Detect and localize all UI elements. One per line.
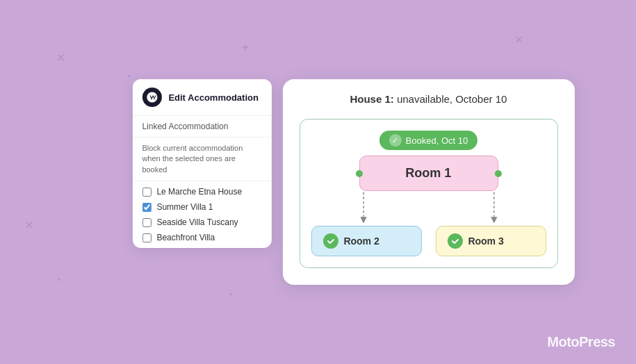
checkbox-item-2[interactable]: Seaside Villa Tuscany [142,217,261,227]
deco-symbol-5: × [515,33,523,47]
wordpress-icon [145,91,158,104]
checkbox-label-2: Seaside Villa Tuscany [156,217,238,227]
checkbox-2[interactable] [142,218,151,227]
checkbox-label-1: Summer Villa 1 [156,202,213,212]
main-card: Edit Accommodation Linked Accommodation … [132,79,574,285]
deco-symbol-8: ● [57,276,60,283]
room3-label: Room 3 [468,235,503,247]
svg-marker-2 [360,217,366,223]
room2-box: Room 2 [311,226,421,256]
deco-symbol-2: ● [127,73,131,79]
room2-label: Room 2 [343,235,379,247]
booked-badge-label: Booked, Oct 10 [406,135,468,146]
room1-box: Room 1 [359,156,498,191]
diagram-area: ✓ Booked, Oct 10 Room 1 [299,119,557,268]
linked-accommodation-label: Linked Accommodation [132,116,271,138]
room2-check-icon [323,233,338,249]
checkbox-0[interactable] [142,188,151,197]
connector-svg [311,191,546,226]
wp-logo [142,88,161,107]
deco-symbol-10: ● [229,291,232,297]
right-panel: House 1: unavailable, October 10 ✓ Booke… [282,79,574,285]
motopress-logo: MotoPress [547,334,615,350]
room1-label: Room 1 [405,166,451,180]
deco-symbol-1: × [57,51,65,65]
checkbox-list: Le Marche Etna HouseSummer Villa 1Seasid… [132,181,271,248]
checkbox-item-3[interactable]: Beachfront Villa [142,233,261,242]
deco-symbol-9: × [26,218,33,233]
room3-box: Room 3 [435,226,546,256]
checkbox-label-3: Beachfront Villa [156,233,215,242]
checkbox-label-0: Le Marche Etna House [156,187,242,197]
room3-check-icon [447,233,462,249]
room1-dot-left [355,170,362,177]
diagram-title-rest: unavailable, October 10 [394,93,507,105]
svg-marker-3 [491,217,497,223]
deco-symbol-3: + [242,40,250,55]
motopress-text: MotoPress [547,334,615,349]
bottom-rooms: Room 2 Room 3 [311,226,546,256]
checkbox-item-0[interactable]: Le Marche Etna House [142,187,261,197]
diagram-title-bold: House 1: [350,93,393,105]
left-panel: Edit Accommodation Linked Accommodation … [132,79,271,248]
diagram-title: House 1: unavailable, October 10 [299,93,557,105]
checkbox-3[interactable] [142,233,151,242]
checkbox-1[interactable] [142,203,151,212]
wp-header: Edit Accommodation [132,79,271,116]
edit-accommodation-title: Edit Accommodation [168,92,259,103]
booked-check-icon: ✓ [389,134,402,147]
block-description: Block current accommodation when the sel… [132,138,271,181]
checkbox-item-1[interactable]: Summer Villa 1 [142,202,261,212]
room1-dot-right [494,170,501,177]
booked-badge: ✓ Booked, Oct 10 [380,131,478,150]
